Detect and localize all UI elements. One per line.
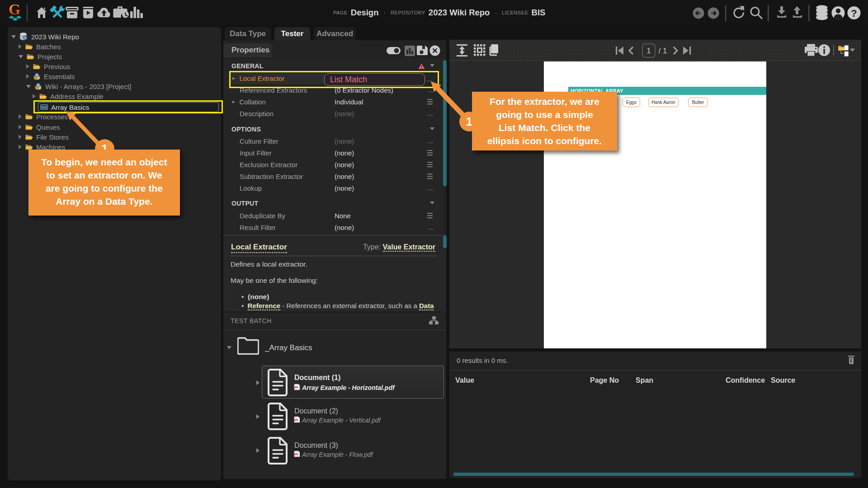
svg-text:?: ? [851,8,857,19]
svg-text:PDF: PDF [294,386,298,388]
svg-text:/ 1: / 1 [659,47,667,55]
svg-text:1: 1 [646,47,651,55]
svg-text:PDF: PDF [294,418,298,421]
svg-text:PDF: PDF [294,453,298,455]
